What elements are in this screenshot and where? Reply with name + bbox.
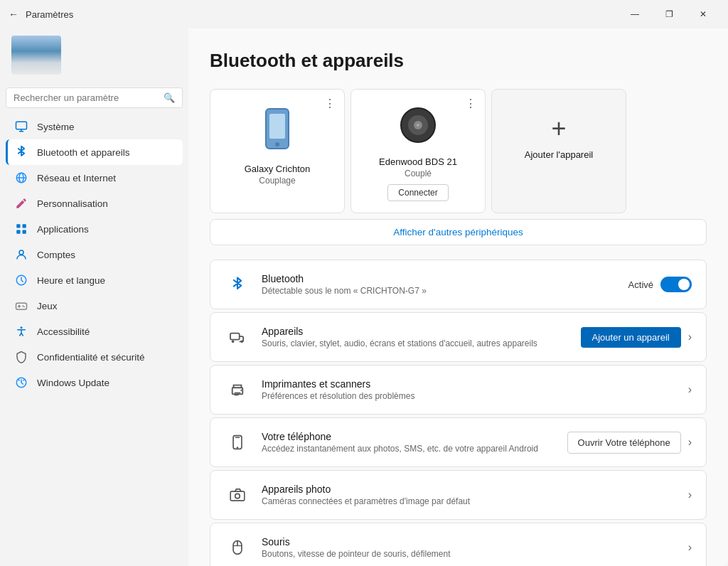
svg-point-18 xyxy=(417,124,419,127)
appareils-setting-text: Appareils Souris, clavier, stylet, audio… xyxy=(262,326,581,348)
windows-update-icon xyxy=(14,375,28,390)
confidentialite-icon xyxy=(14,350,28,364)
sidebar-item-personnalisation[interactable]: Personnalisation xyxy=(6,191,183,216)
search-input[interactable] xyxy=(14,92,164,103)
heure-icon xyxy=(14,273,28,287)
svg-point-23 xyxy=(240,390,242,391)
appareils-chevron-icon: › xyxy=(688,331,692,343)
appareils-setting-desc: Souris, clavier, stylet, audio, écrans e… xyxy=(262,338,581,348)
sidebar-item-label-comptes: Comptes xyxy=(37,250,75,260)
bluetooth-toggle[interactable] xyxy=(660,277,692,292)
svg-point-21 xyxy=(241,341,244,343)
svg-rect-6 xyxy=(23,230,26,234)
setting-row-appareils-photo[interactable]: Appareils photo Caméras connectées et pa… xyxy=(210,470,707,520)
edenwood-icon xyxy=(400,107,437,151)
appareils-setting-title: Appareils xyxy=(262,326,581,337)
imprimantes-setting-desc: Préférences et résolution des problèmes xyxy=(262,391,688,401)
reseau-icon xyxy=(14,171,28,185)
telephone-setting-icon xyxy=(225,429,250,455)
setting-row-imprimantes[interactable]: Imprimantes et scanners Préférences et r… xyxy=(210,365,707,415)
devices-section: ⋮ Galaxy Crichton Couplage ⋮ Edenwood xyxy=(210,89,707,254)
sidebar-item-accessibilite[interactable]: Accessibilité xyxy=(6,319,183,344)
show-more-button[interactable]: Afficher d'autres périphériques xyxy=(210,219,707,245)
sidebar-item-comptes[interactable]: Comptes xyxy=(6,242,183,267)
sidebar-item-bluetooth[interactable]: Bluetooth et appareils xyxy=(6,139,183,165)
telephone-chevron-icon: › xyxy=(688,436,692,449)
svg-rect-26 xyxy=(230,491,245,501)
sidebar-item-label-bluetooth: Bluetooth et appareils xyxy=(37,147,130,158)
imprimantes-setting-text: Imprimantes et scanners Préférences et r… xyxy=(262,378,688,401)
minimize-button[interactable]: — xyxy=(619,3,651,26)
device-card-galaxy[interactable]: ⋮ Galaxy Crichton Couplage xyxy=(210,89,345,213)
setting-row-telephone[interactable]: Votre téléphone Accédez instantanément a… xyxy=(210,417,707,467)
svg-point-14 xyxy=(275,142,279,146)
imprimantes-chevron-icon: › xyxy=(688,383,692,396)
sidebar-item-label-heure: Heure et langue xyxy=(37,275,105,286)
souris-setting-icon xyxy=(225,535,250,560)
close-button[interactable]: ✕ xyxy=(687,3,719,26)
appareils-photo-right: › xyxy=(688,488,692,501)
device-status-edenwood: Couplé xyxy=(405,169,432,178)
ajouter-appareil-button[interactable]: Ajouter un appareil xyxy=(581,327,681,348)
window-title: Paramètres xyxy=(26,9,73,20)
sidebar-item-label-perso: Personnalisation xyxy=(37,198,108,209)
svg-point-20 xyxy=(232,341,235,343)
bluetooth-icon xyxy=(14,145,28,159)
sidebar-item-jeux[interactable]: Jeux xyxy=(6,293,183,319)
sidebar-item-label-confidentialite: Confidentialité et sécurité xyxy=(37,352,145,363)
appareils-photo-title: Appareils photo xyxy=(262,484,688,495)
souris-setting-desc: Boutons, vitesse de pointeur de souris, … xyxy=(262,549,688,559)
device-name-add: Ajouter l'appareil xyxy=(525,149,593,160)
device-name-edenwood: Edenwood BDS 21 xyxy=(379,156,457,167)
systeme-icon xyxy=(14,119,28,134)
comptes-icon xyxy=(14,247,28,262)
sidebar-item-windows-update[interactable]: Windows Update xyxy=(6,370,183,395)
sidebar-item-label-jeux: Jeux xyxy=(37,301,58,311)
sidebar-item-applications[interactable]: Applications xyxy=(6,216,183,242)
bluetooth-toggle-label: Activé xyxy=(628,279,653,290)
bluetooth-setting-title: Bluetooth xyxy=(262,273,628,284)
personnalisation-icon xyxy=(14,196,28,210)
search-icon: 🔍 xyxy=(164,92,175,103)
ouvrir-telephone-button[interactable]: Ouvrir Votre téléphone xyxy=(567,432,681,454)
sidebar-item-label-access: Accessibilité xyxy=(37,326,90,337)
telephone-setting-right: Ouvrir Votre téléphone › xyxy=(567,432,692,454)
device-card-add[interactable]: + Ajouter l'appareil xyxy=(491,89,626,213)
device-menu-edenwood[interactable]: ⋮ xyxy=(465,97,476,110)
telephone-setting-desc: Accédez instantanément aux photos, SMS, … xyxy=(262,444,567,454)
svg-rect-0 xyxy=(16,122,27,129)
svg-point-7 xyxy=(19,250,23,255)
galaxy-icon xyxy=(264,107,291,158)
sidebar-item-systeme[interactable]: Système xyxy=(6,114,183,139)
souris-chevron-icon: › xyxy=(688,541,692,554)
maximize-button[interactable]: ❐ xyxy=(653,3,685,26)
sidebar-item-label-reseau: Réseau et Internet xyxy=(37,173,116,183)
back-button[interactable]: ← xyxy=(9,9,18,20)
settings-list: Bluetooth Détectable sous le nom « CRICH… xyxy=(210,260,707,566)
sidebar-item-reseau[interactable]: Réseau et Internet xyxy=(6,165,183,191)
svg-rect-13 xyxy=(269,114,285,139)
window: ← Paramètres — ❐ ✕ 🔍 xyxy=(0,0,728,566)
main-content: Bluetooth et appareils ⋮ Galaxy Crichton… xyxy=(188,28,728,566)
device-card-edenwood[interactable]: ⋮ Edenwood BDS 21 Couplé Connecter xyxy=(350,89,486,213)
appareils-photo-desc: Caméras connectées et paramètres d'image… xyxy=(262,496,688,506)
search-bar[interactable]: 🔍 xyxy=(6,87,183,108)
bluetooth-setting-desc: Détectable sous le nom « CRICHTON-G7 » xyxy=(262,286,628,296)
appareils-photo-text: Appareils photo Caméras connectées et pa… xyxy=(262,484,688,506)
sidebar-item-heure[interactable]: Heure et langue xyxy=(6,267,183,293)
svg-rect-4 xyxy=(23,224,26,228)
setting-row-bluetooth[interactable]: Bluetooth Détectable sous le nom « CRICH… xyxy=(210,260,707,309)
sidebar-item-confidentialite[interactable]: Confidentialité et sécurité xyxy=(6,344,183,370)
profile-section xyxy=(6,28,183,82)
device-menu-galaxy[interactable]: ⋮ xyxy=(324,97,336,110)
svg-point-27 xyxy=(235,493,240,498)
title-bar: ← Paramètres — ❐ ✕ xyxy=(0,0,728,28)
devices-cards-container: ⋮ Galaxy Crichton Couplage ⋮ Edenwood xyxy=(210,89,707,213)
appareils-setting-right: Ajouter un appareil › xyxy=(581,327,692,348)
setting-row-souris[interactable]: Souris Boutons, vitesse de pointeur de s… xyxy=(210,523,707,566)
setting-row-appareils[interactable]: Appareils Souris, clavier, stylet, audio… xyxy=(210,312,707,362)
imprimantes-setting-title: Imprimantes et scanners xyxy=(262,378,688,390)
souris-setting-right: › xyxy=(688,541,692,554)
connect-edenwood-button[interactable]: Connecter xyxy=(387,184,448,201)
appareils-setting-icon xyxy=(225,324,250,350)
